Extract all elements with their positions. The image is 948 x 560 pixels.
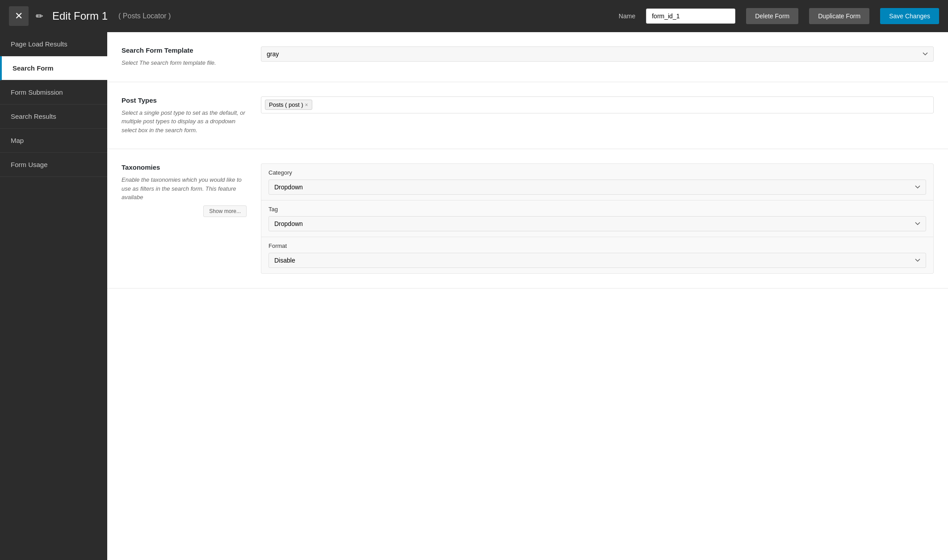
sidebar: Page Load Results Search Form Form Submi… — [0, 32, 107, 560]
page-title: Edit Form 1 — [52, 10, 108, 22]
search-form-template-select[interactable]: gray default bootstrap — [261, 46, 934, 62]
post-types-content: Posts ( post ) × — [261, 96, 934, 135]
taxonomy-category-row: Category Dropdown Checkboxes Radio Butto… — [261, 164, 933, 201]
close-button[interactable]: ✕ — [9, 6, 29, 26]
show-more-button[interactable]: Show more... — [203, 205, 247, 217]
post-types-title: Post Types — [122, 96, 247, 104]
post-types-label: Post Types Select a single post type to … — [122, 96, 247, 135]
taxonomy-format-select[interactable]: Dropdown Checkboxes Radio Buttons Disabl… — [268, 253, 926, 268]
page-subtitle: ( Posts Locator ) — [118, 12, 171, 20]
taxonomy-format-label: Format — [268, 242, 926, 249]
post-types-desc: Select a single post type to set as the … — [122, 109, 247, 135]
main-content: Search Form Template Select The search f… — [107, 32, 948, 560]
save-changes-button[interactable]: Save Changes — [880, 8, 939, 24]
sidebar-item-page-load-results[interactable]: Page Load Results — [0, 32, 107, 56]
sidebar-item-search-results[interactable]: Search Results — [0, 104, 107, 129]
taxonomy-tag-label: Tag — [268, 206, 926, 213]
delete-form-button[interactable]: Delete Form — [746, 8, 798, 24]
taxonomy-format-row: Format Dropdown Checkboxes Radio Buttons… — [261, 237, 933, 273]
search-form-template-content: gray default bootstrap — [261, 46, 934, 67]
close-icon: ✕ — [15, 10, 23, 22]
post-type-tag: Posts ( post ) × — [265, 100, 312, 110]
sidebar-item-form-usage[interactable]: Form Usage — [0, 153, 107, 177]
search-form-template-desc: Select The search form template file. — [122, 59, 247, 67]
taxonomies-section: Taxonomies Enable the taxonomies which y… — [107, 149, 948, 288]
post-types-section: Post Types Select a single post type to … — [107, 82, 948, 150]
search-form-template-title: Search Form Template — [122, 46, 247, 54]
name-label: Name — [619, 13, 635, 20]
sidebar-item-map[interactable]: Map — [0, 129, 107, 153]
header: ✕ ✏ Edit Form 1 ( Posts Locator ) Name D… — [0, 0, 948, 32]
taxonomy-tag-select[interactable]: Dropdown Checkboxes Radio Buttons Disabl… — [268, 216, 926, 231]
taxonomy-tag-row: Tag Dropdown Checkboxes Radio Buttons Di… — [261, 201, 933, 237]
form-name-input[interactable] — [646, 8, 735, 24]
taxonomy-category-label: Category — [268, 169, 926, 176]
taxonomies-content: Category Dropdown Checkboxes Radio Butto… — [261, 163, 934, 274]
main-layout: Page Load Results Search Form Form Submi… — [0, 32, 948, 560]
taxonomy-category-select[interactable]: Dropdown Checkboxes Radio Buttons Disabl… — [268, 180, 926, 195]
taxonomies-title: Taxonomies — [122, 163, 247, 171]
taxonomies-block: Category Dropdown Checkboxes Radio Butto… — [261, 163, 934, 274]
post-type-tag-close[interactable]: × — [305, 102, 308, 108]
taxonomies-label: Taxonomies Enable the taxonomies which y… — [122, 163, 247, 274]
pencil-icon: ✏ — [36, 11, 43, 21]
post-types-tag-input[interactable]: Posts ( post ) × — [261, 96, 934, 113]
search-form-template-section: Search Form Template Select The search f… — [107, 32, 948, 82]
sidebar-item-form-submission[interactable]: Form Submission — [0, 80, 107, 104]
sidebar-item-search-form[interactable]: Search Form — [0, 56, 107, 80]
post-type-tag-label: Posts ( post ) — [269, 101, 303, 108]
duplicate-form-button[interactable]: Duplicate Form — [809, 8, 869, 24]
search-form-template-label: Search Form Template Select The search f… — [122, 46, 247, 67]
taxonomies-desc: Enable the taxonomies which you would li… — [122, 176, 247, 202]
